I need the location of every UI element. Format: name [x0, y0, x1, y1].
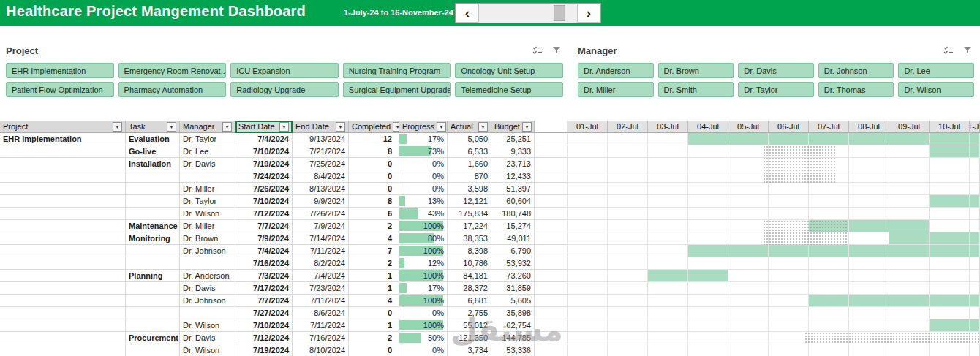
- gantt-cell[interactable]: [608, 145, 648, 158]
- cell-progress[interactable]: 43%: [399, 208, 448, 220]
- cell-progress[interactable]: 100%: [399, 295, 448, 307]
- gantt-cell[interactable]: [930, 282, 970, 295]
- gantt-bar-cell[interactable]: [809, 295, 849, 307]
- gantt-bar-cell[interactable]: [930, 232, 970, 245]
- gantt-cell[interactable]: [809, 208, 849, 220]
- cell-project[interactable]: [0, 208, 126, 220]
- gantt-cell[interactable]: [769, 270, 809, 282]
- cell-completed[interactable]: 7: [349, 245, 399, 257]
- gantt-cell[interactable]: [849, 158, 889, 170]
- scroll-right-button[interactable]: ›: [577, 4, 600, 23]
- cell-start[interactable]: 7/10/2024: [235, 195, 293, 208]
- cell-manager[interactable]: Dr. Anderson: [180, 270, 235, 282]
- cell-task[interactable]: [126, 319, 180, 332]
- gantt-cell[interactable]: [728, 208, 769, 220]
- cell-project[interactable]: [0, 344, 126, 356]
- gantt-cell[interactable]: [688, 183, 728, 195]
- cell-completed[interactable]: 6: [349, 208, 399, 220]
- gantt-cell[interactable]: [648, 158, 688, 170]
- cell-task[interactable]: Maintenance: [126, 220, 180, 232]
- gantt-cell[interactable]: [728, 158, 769, 170]
- cell-start[interactable]: 7/12/2024: [235, 332, 293, 344]
- gantt-cell[interactable]: [728, 270, 769, 282]
- gantt-bar-cell[interactable]: [849, 133, 889, 145]
- gantt-cell[interactable]: [648, 332, 688, 344]
- cell-actual[interactable]: 870: [448, 170, 491, 183]
- gantt-bar-cell[interactable]: [889, 220, 930, 232]
- cell-budget[interactable]: 53,336: [491, 344, 535, 356]
- cell-end[interactable]: 7/11/2024: [293, 245, 349, 257]
- gantt-cell[interactable]: [728, 282, 769, 295]
- slicer-button[interactable]: Nursing Training Program: [343, 63, 451, 78]
- cell-completed[interactable]: 4: [349, 295, 399, 307]
- cell-start[interactable]: 7/16/2024: [235, 257, 293, 270]
- slicer-button[interactable]: Dr. Brown: [658, 63, 734, 78]
- cell-manager[interactable]: Dr. Davis: [180, 332, 235, 344]
- cell-actual[interactable]: 3,734: [448, 344, 491, 356]
- gantt-cell[interactable]: [889, 208, 930, 220]
- cell-progress[interactable]: 73%: [399, 145, 448, 158]
- gantt-cell[interactable]: [769, 332, 809, 344]
- cell-actual[interactable]: 8,398: [448, 245, 491, 257]
- gantt-bar-cell[interactable]: [809, 245, 849, 257]
- cell-start[interactable]: 7/24/2024: [235, 170, 293, 183]
- gantt-bar-cell[interactable]: [889, 295, 930, 307]
- gantt-bar-cell[interactable]: [648, 270, 688, 282]
- gantt-cell[interactable]: [889, 319, 930, 332]
- cell-end[interactable]: 7/16/2024: [293, 332, 349, 344]
- cell-completed[interactable]: 8: [349, 195, 399, 208]
- filter-dropdown-button[interactable]: ▼: [522, 122, 532, 132]
- slicer-button[interactable]: Dr. Anderson: [578, 63, 654, 78]
- cell-project[interactable]: [0, 257, 126, 270]
- slicer-button[interactable]: Dr. Smith: [658, 82, 734, 97]
- gantt-bar-cell[interactable]: [930, 195, 970, 208]
- cell-project[interactable]: [0, 332, 126, 344]
- gantt-cell[interactable]: [688, 307, 728, 319]
- slicer-button[interactable]: ICU Expansion: [230, 63, 339, 78]
- cell-end[interactable]: 8/4/2024: [293, 170, 349, 183]
- gantt-cell[interactable]: [809, 145, 849, 158]
- gantt-cell[interactable]: [769, 307, 809, 319]
- slicer-button[interactable]: Patient Flow Optimization: [6, 82, 114, 97]
- cell-actual[interactable]: 1,660: [448, 158, 491, 170]
- cell-progress[interactable]: 0%: [399, 158, 448, 170]
- gantt-cell[interactable]: [889, 170, 930, 183]
- slicer-button[interactable]: Dr. Miller: [578, 82, 654, 97]
- cell-project[interactable]: [0, 232, 126, 245]
- cell-budget[interactable]: 144,785: [491, 332, 535, 344]
- gantt-cell[interactable]: [728, 319, 769, 332]
- gantt-bar-cell[interactable]: [970, 195, 980, 208]
- gantt-bar-cell[interactable]: [970, 232, 980, 245]
- gantt-cell[interactable]: [849, 232, 889, 245]
- cell-actual[interactable]: 3,598: [448, 183, 491, 195]
- cell-budget[interactable]: 60,604: [491, 195, 535, 208]
- gantt-cell[interactable]: [648, 245, 688, 257]
- column-header[interactable]: Budget▼: [491, 121, 535, 133]
- cell-end[interactable]: 9/13/2024: [293, 133, 349, 145]
- gantt-cell[interactable]: [769, 295, 809, 307]
- gantt-cell[interactable]: [769, 183, 809, 195]
- gantt-cell[interactable]: [889, 195, 930, 208]
- cell-actual[interactable]: 5,050: [448, 133, 491, 145]
- cell-manager[interactable]: [180, 257, 235, 270]
- gantt-bar-cell[interactable]: [769, 133, 809, 145]
- gantt-bar-cell[interactable]: [930, 295, 970, 307]
- gantt-cell[interactable]: [849, 332, 889, 344]
- gantt-bar-cell[interactable]: [889, 245, 930, 257]
- gantt-cell[interactable]: [809, 332, 849, 344]
- gantt-cell[interactable]: [930, 344, 970, 356]
- scroll-track[interactable]: [479, 4, 577, 23]
- gantt-bar-cell[interactable]: [809, 133, 849, 145]
- cell-task[interactable]: Procurement: [126, 332, 180, 344]
- gantt-cell[interactable]: [809, 344, 849, 356]
- cell-task[interactable]: Installation: [126, 158, 180, 170]
- cell-manager[interactable]: [180, 170, 235, 183]
- cell-end[interactable]: 7/4/2024: [293, 270, 349, 282]
- gantt-cell[interactable]: [889, 282, 930, 295]
- gantt-cell[interactable]: [568, 158, 608, 170]
- gantt-cell[interactable]: [728, 220, 769, 232]
- gantt-cell[interactable]: [769, 220, 809, 232]
- cell-manager[interactable]: Dr. Lee: [180, 145, 235, 158]
- gantt-cell[interactable]: [930, 158, 970, 170]
- cell-task[interactable]: Evaluation: [126, 133, 180, 145]
